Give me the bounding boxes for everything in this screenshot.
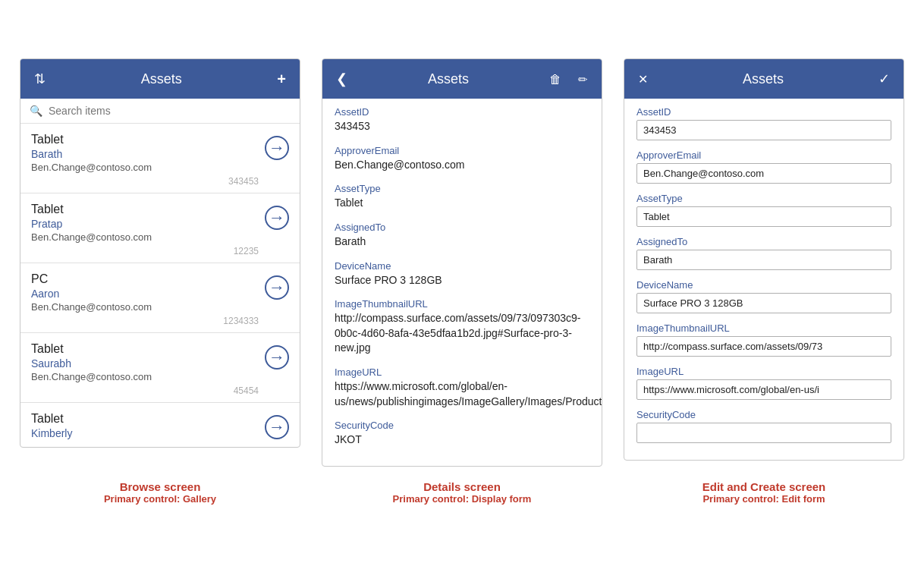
edit-field: ImageThumbnailURL <box>636 322 891 357</box>
edit-body: AssetID ApproverEmail AssetType Assigned… <box>624 99 904 460</box>
gallery-item-id: 12235 <box>31 246 259 256</box>
edit-input[interactable] <box>636 293 891 313</box>
check-icon[interactable] <box>875 69 893 89</box>
gallery-item-content: Tablet Barath Ben.Change@contoso.com 343… <box>31 133 259 187</box>
detail-value: Surface PRO 3 128GB <box>335 273 589 288</box>
edit-icon[interactable] <box>575 70 591 89</box>
gallery-item-content: Tablet Kimberly <box>31 412 259 441</box>
gallery-item-email: Ben.Change@contoso.com <box>31 301 259 313</box>
add-icon[interactable] <box>274 69 289 90</box>
edit-label: AssetID <box>636 106 891 118</box>
gallery-item[interactable]: Tablet Barath Ben.Change@contoso.com 343… <box>20 124 300 193</box>
gallery-item-name: Pratap <box>31 218 259 230</box>
detail-label: DeviceName <box>335 260 589 272</box>
gallery-item[interactable]: Tablet Pratap Ben.Change@contoso.com 122… <box>20 193 300 263</box>
gallery-item-id: 1234333 <box>31 316 259 326</box>
search-bar: 🔍 <box>20 99 300 124</box>
edit-label: AssetType <box>636 193 891 204</box>
gallery-item-email: Ben.Change@contoso.com <box>31 371 259 382</box>
gallery-item[interactable]: PC Aaron Ben.Change@contoso.com 1234333 … <box>20 263 300 333</box>
back-icon[interactable] <box>333 69 350 89</box>
edit-field: ApproverEmail <box>636 149 891 184</box>
detail-field: AssignedTo Barath <box>335 222 589 250</box>
edit-input[interactable] <box>636 206 891 227</box>
edit-input[interactable] <box>636 163 891 184</box>
gallery-item-arrow[interactable]: → <box>265 136 289 160</box>
gallery-item-id: 45454 <box>31 385 259 396</box>
details-title: Assets <box>350 71 546 87</box>
detail-label: ImageThumbnailURL <box>335 298 589 310</box>
detail-field: ApproverEmail Ben.Change@contoso.com <box>335 145 589 173</box>
browse-label-sub: Primary control: Gallery <box>20 493 300 505</box>
detail-label: SecurityCode <box>335 420 589 431</box>
search-input[interactable] <box>49 105 291 117</box>
gallery-item-arrow[interactable]: → <box>265 345 289 370</box>
screens-container: Assets 🔍 Tablet Barath Ben.Change@contos… <box>20 58 904 467</box>
browse-screen: Assets 🔍 Tablet Barath Ben.Change@contos… <box>20 58 300 448</box>
search-icon: 🔍 <box>30 105 42 117</box>
details-header-icons <box>546 70 591 89</box>
gallery-item-name: Barath <box>31 148 259 160</box>
edit-label: SecurityCode <box>636 409 891 420</box>
detail-value: https://www.microsoft.com/global/en-us/n… <box>335 379 589 409</box>
delete-icon[interactable] <box>546 70 564 89</box>
edit-label: DeviceName <box>636 279 891 291</box>
gallery-item-arrow[interactable]: → <box>265 415 289 439</box>
gallery-item-content: Tablet Pratap Ben.Change@contoso.com 122… <box>31 203 259 256</box>
close-icon[interactable] <box>635 70 651 89</box>
detail-field: AssetType Tablet <box>335 183 589 211</box>
edit-field: ImageURL <box>636 366 891 400</box>
gallery-item-name: Aaron <box>31 288 259 300</box>
edit-label: AssignedTo <box>636 236 891 247</box>
gallery-item-arrow[interactable]: → <box>265 206 289 230</box>
gallery-list: Tablet Barath Ben.Change@contoso.com 343… <box>20 124 300 447</box>
detail-value: JKOT <box>335 432 589 448</box>
edit-field: SecurityCode <box>636 409 891 443</box>
detail-field: SecurityCode JKOT <box>335 420 589 448</box>
detail-label: AssetID <box>335 106 589 118</box>
gallery-item-type: Tablet <box>31 412 259 426</box>
edit-input[interactable] <box>636 423 891 443</box>
edit-input[interactable] <box>636 336 891 357</box>
browse-title: Assets <box>49 71 274 87</box>
edit-input[interactable] <box>636 250 891 270</box>
browse-header: Assets <box>20 59 300 99</box>
edit-input[interactable] <box>636 379 891 400</box>
gallery-item[interactable]: Tablet Saurabh Ben.Change@contoso.com 45… <box>20 333 300 403</box>
detail-field: ImageThumbnailURL http://compass.surface… <box>335 298 589 356</box>
edit-screen: Assets AssetID ApproverEmail AssetType A… <box>624 58 904 461</box>
details-header: Assets <box>322 59 602 99</box>
edit-input[interactable] <box>636 120 891 140</box>
gallery-item-arrow[interactable]: → <box>265 275 289 300</box>
gallery-item-id: 343453 <box>31 176 259 187</box>
gallery-item-email: Ben.Change@contoso.com <box>31 231 259 243</box>
gallery-item-name: Kimberly <box>31 427 259 439</box>
details-label: Details screen Primary control: Display … <box>322 480 602 505</box>
gallery-item-content: Tablet Saurabh Ben.Change@contoso.com 45… <box>31 342 259 396</box>
edit-label-sub: Primary control: Edit form <box>624 493 904 505</box>
browse-label: Browse screen Primary control: Gallery <box>20 480 300 505</box>
detail-label: ImageURL <box>335 366 589 378</box>
details-label-sub: Primary control: Display form <box>322 493 602 505</box>
edit-header: Assets <box>624 59 904 99</box>
edit-label: ImageThumbnailURL <box>636 322 891 334</box>
gallery-item-type: Tablet <box>31 133 259 146</box>
gallery-item-type: Tablet <box>31 342 259 356</box>
details-screen: Assets AssetID 343453 ApproverEmail Ben.… <box>322 58 602 467</box>
edit-field: DeviceName <box>636 279 891 313</box>
gallery-item-content: PC Aaron Ben.Change@contoso.com 1234333 <box>31 272 259 326</box>
detail-value: Barath <box>335 234 589 250</box>
detail-label: AssetType <box>335 183 589 194</box>
gallery-item[interactable]: Tablet Kimberly → <box>20 403 300 447</box>
edit-title: Assets <box>651 71 875 87</box>
detail-field: AssetID 343453 <box>335 106 589 134</box>
browse-label-title: Browse screen <box>20 480 300 493</box>
gallery-item-type: PC <box>31 272 259 286</box>
detail-value: Tablet <box>335 196 589 211</box>
details-body: AssetID 343453 ApproverEmail Ben.Change@… <box>322 99 602 466</box>
detail-value: http://compass.surface.com/assets/09/73/… <box>335 311 589 356</box>
edit-label-title: Edit and Create screen <box>624 480 904 493</box>
gallery-item-type: Tablet <box>31 203 259 216</box>
sort-icon[interactable] <box>31 69 49 89</box>
edit-field: AssignedTo <box>636 236 891 270</box>
